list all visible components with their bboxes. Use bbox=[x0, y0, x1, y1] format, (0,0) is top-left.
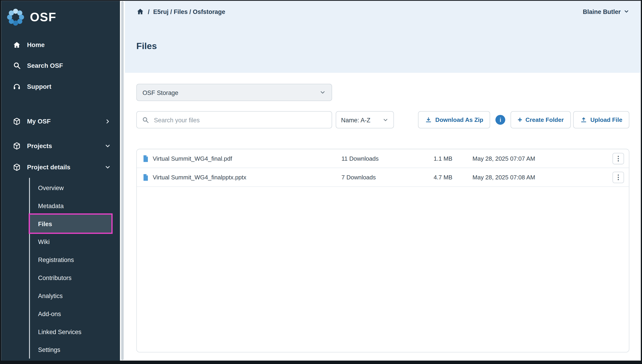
subnav-item-label: Add-ons bbox=[38, 310, 61, 317]
project-subnav: Overview Metadata Files Wiki Registratio… bbox=[29, 178, 111, 358]
chevron-down-icon bbox=[382, 116, 388, 123]
file-modified-date: May 28, 2025 07:07 AM bbox=[472, 155, 607, 162]
subnav-item-overview[interactable]: Overview bbox=[30, 179, 111, 197]
download-icon bbox=[425, 116, 432, 123]
sort-select[interactable]: Name: A-Z bbox=[336, 111, 394, 128]
file-name-cell[interactable]: Virtual Summit_WG4_final.pdf bbox=[142, 155, 341, 162]
page-scaler: OSF Home Search OSF Support bbox=[0, 0, 642, 364]
subnav-item-contributors[interactable]: Contributors bbox=[30, 268, 111, 287]
subnav-item-label: Contributors bbox=[38, 274, 72, 281]
subnav-item-label: Analytics bbox=[38, 292, 63, 299]
main-content: / E5ruj / Files / Osfstorage Blaine Butl… bbox=[125, 1, 641, 360]
subnav-item-analytics[interactable]: Analytics bbox=[30, 287, 111, 305]
file-name: Virtual Summit_WG4_finalpptx.pptx bbox=[153, 174, 246, 180]
cube-icon bbox=[12, 117, 22, 126]
sidebar-item-label: Project details bbox=[27, 164, 70, 171]
cube-icon bbox=[12, 142, 22, 150]
file-modified-date: May 28, 2025 07:08 AM bbox=[472, 174, 607, 180]
download-as-zip-button[interactable]: Download As Zip bbox=[418, 111, 490, 128]
sidebar-divider-gap bbox=[1, 97, 120, 108]
subnav-item-registrations[interactable]: Registrations bbox=[30, 250, 111, 268]
kebab-menu-icon[interactable]: ⋮ bbox=[612, 153, 624, 164]
file-document-icon bbox=[142, 155, 149, 162]
breadcrumb-path[interactable]: E5ruj / Files / Osfstorage bbox=[153, 8, 225, 15]
sidebar: OSF Home Search OSF Support bbox=[1, 1, 120, 360]
subnav-item-label: Metadata bbox=[38, 202, 64, 209]
sidebar-item-label: My OSF bbox=[27, 118, 51, 125]
osf-logo[interactable]: OSF bbox=[1, 1, 120, 32]
subnav-item-label: Overview bbox=[38, 184, 64, 191]
sidebar-item-label: Home bbox=[27, 41, 45, 48]
file-row[interactable]: Virtual Summit_WG4_finalpptx.pptx 7 Down… bbox=[137, 168, 629, 187]
file-actions-cell: ⋮ bbox=[608, 153, 624, 164]
subnav-item-metadata[interactable]: Metadata bbox=[30, 197, 111, 215]
sidebar-item-label: Projects bbox=[27, 142, 52, 150]
create-folder-button[interactable]: + Create Folder bbox=[511, 111, 571, 128]
files-toolbar: Name: A-Z Download As Zip i + Create Fol… bbox=[136, 111, 629, 128]
home-icon bbox=[12, 40, 22, 49]
search-icon bbox=[142, 116, 149, 123]
cube-icon bbox=[12, 163, 22, 172]
user-name: Blaine Butler bbox=[583, 8, 621, 15]
app-window: OSF Home Search OSF Support bbox=[1, 1, 641, 360]
sort-select-value: Name: A-Z bbox=[341, 116, 370, 123]
sidebar-item-project-details[interactable]: Project details bbox=[1, 156, 120, 178]
sidebar-nav: Home Search OSF Support My OSF bbox=[1, 34, 120, 358]
sidebar-scrollbar[interactable] bbox=[120, 1, 125, 360]
file-size: 1.1 MB bbox=[434, 155, 472, 162]
download-as-zip-label: Download As Zip bbox=[436, 116, 483, 123]
file-row[interactable]: Virtual Summit_WG4_final.pdf 11 Download… bbox=[137, 149, 629, 168]
chevron-down-icon bbox=[319, 89, 326, 96]
sidebar-item-label: Search OSF bbox=[27, 62, 63, 69]
subnav-item-label: Settings bbox=[38, 346, 60, 353]
subnav-item-wiki[interactable]: Wiki bbox=[30, 232, 111, 250]
breadcrumb-separator: / bbox=[148, 8, 149, 15]
storage-provider-value: OSF Storage bbox=[142, 89, 178, 96]
file-downloads: 11 Downloads bbox=[341, 155, 434, 162]
plus-icon: + bbox=[518, 116, 522, 123]
subnav-item-label: Wiki bbox=[38, 238, 50, 245]
user-menu[interactable]: Blaine Butler bbox=[583, 8, 629, 15]
sidebar-scrollbar-thumb[interactable] bbox=[121, 1, 124, 360]
upload-file-label: Upload File bbox=[590, 116, 622, 123]
chevron-down-icon bbox=[104, 164, 111, 170]
sidebar-item-my-osf[interactable]: My OSF bbox=[1, 111, 120, 132]
subnav-item-label: Linked Services bbox=[38, 328, 82, 335]
subnav-item-files[interactable]: Files bbox=[30, 215, 111, 233]
sidebar-item-projects[interactable]: Projects bbox=[1, 135, 120, 156]
subnav-item-label: Registrations bbox=[38, 256, 74, 263]
subnav-item-linked-services[interactable]: Linked Services bbox=[30, 322, 111, 340]
breadcrumb-home-icon[interactable] bbox=[136, 8, 144, 15]
file-downloads: 7 Downloads bbox=[341, 174, 434, 180]
chevron-right-icon bbox=[104, 118, 111, 125]
support-headset-icon bbox=[12, 82, 22, 90]
sidebar-item-home[interactable]: Home bbox=[1, 34, 120, 55]
breadcrumb: / E5ruj / Files / Osfstorage Blaine Butl… bbox=[136, 1, 629, 22]
subnav-item-settings[interactable]: Settings bbox=[30, 340, 111, 358]
file-actions-cell: ⋮ bbox=[608, 172, 624, 183]
file-name-cell[interactable]: Virtual Summit_WG4_finalpptx.pptx bbox=[142, 174, 341, 181]
subnav-item-addons[interactable]: Add-ons bbox=[30, 305, 111, 323]
osf-logo-icon bbox=[6, 8, 25, 26]
sidebar-item-search-osf[interactable]: Search OSF bbox=[1, 55, 120, 76]
chevron-down-icon bbox=[623, 9, 629, 14]
sidebar-item-support[interactable]: Support bbox=[1, 76, 120, 97]
sidebar-item-label: Support bbox=[27, 83, 51, 90]
upload-file-button[interactable]: Upload File bbox=[573, 111, 629, 128]
info-icon[interactable]: i bbox=[496, 115, 505, 124]
file-search-box bbox=[136, 111, 332, 128]
file-search-input[interactable] bbox=[153, 116, 326, 124]
upload-icon bbox=[580, 116, 587, 123]
osf-logo-text: OSF bbox=[30, 10, 57, 24]
files-toolbar-area: OSF Storage Name: A-Z bbox=[125, 73, 641, 128]
search-icon bbox=[12, 62, 22, 70]
kebab-menu-icon[interactable]: ⋮ bbox=[612, 172, 624, 183]
subnav-item-label: Files bbox=[38, 220, 52, 227]
file-list: Virtual Summit_WG4_final.pdf 11 Download… bbox=[136, 149, 629, 352]
page-header-band: / E5ruj / Files / Osfstorage Blaine Butl… bbox=[125, 1, 641, 73]
page-title: Files bbox=[136, 41, 629, 52]
file-document-icon bbox=[142, 174, 149, 181]
app-frame: OSF Home Search OSF Support bbox=[0, 0, 642, 364]
file-size: 4.7 MB bbox=[434, 174, 472, 180]
storage-provider-select[interactable]: OSF Storage bbox=[136, 84, 332, 101]
